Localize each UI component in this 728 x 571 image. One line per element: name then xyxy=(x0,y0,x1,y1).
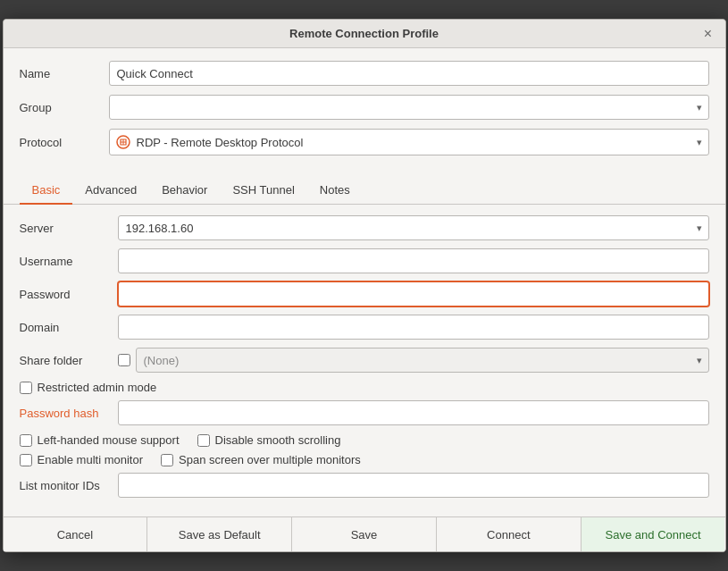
password-hash-row: Password hash xyxy=(20,400,709,425)
share-folder-select[interactable]: (None) xyxy=(136,348,709,373)
password-hash-control xyxy=(118,400,709,425)
monitor-options-row: Enable multi monitor Span screen over mu… xyxy=(20,453,709,466)
connect-button[interactable]: Connect xyxy=(437,517,582,551)
span-screen-label: Span screen over multiple monitors xyxy=(179,453,361,466)
protocol-control: RDP - Remote Desktop Protocol VNC SSH ▾ xyxy=(109,129,709,155)
save-and-connect-button[interactable]: Save and Connect xyxy=(582,517,725,551)
tab-notes[interactable]: Notes xyxy=(307,177,363,205)
group-select[interactable] xyxy=(109,95,709,120)
server-row: Server ▾ xyxy=(20,215,709,240)
restricted-admin-row: Restricted admin mode xyxy=(20,381,709,394)
share-folder-checkbox[interactable] xyxy=(118,354,130,366)
disable-smooth-checkbox[interactable] xyxy=(197,434,210,447)
server-select-wrapper: ▾ xyxy=(118,215,709,240)
share-select-wrapper: (None) ▾ xyxy=(136,348,709,373)
left-handed-col: Left-handed mouse support xyxy=(20,433,180,447)
multi-monitor-checkbox[interactable] xyxy=(20,454,32,466)
server-control: ▾ xyxy=(118,215,709,240)
tab-content-basic: Server ▾ Username Password Domain xyxy=(4,205,725,516)
username-input[interactable] xyxy=(118,248,709,273)
password-label: Password xyxy=(20,288,118,301)
password-hash-input[interactable] xyxy=(118,400,709,425)
list-monitor-label: List monitor IDs xyxy=(20,479,118,492)
share-folder-label: Share folder xyxy=(20,354,118,367)
group-label: Group xyxy=(20,101,109,114)
domain-control xyxy=(118,315,709,340)
protocol-label: Protocol xyxy=(20,136,109,149)
password-hash-label[interactable]: Password hash xyxy=(20,407,118,420)
name-input[interactable] xyxy=(109,61,709,86)
mouse-options-row: Left-handed mouse support Disable smooth… xyxy=(20,433,709,447)
server-label: Server xyxy=(20,222,118,235)
disable-smooth-col: Disable smooth scrolling xyxy=(197,433,341,447)
protocol-select[interactable]: RDP - Remote Desktop Protocol VNC SSH xyxy=(109,129,709,155)
username-row: Username xyxy=(20,248,709,273)
remote-connection-dialog: Remote Connection Profile × Name Group ▾ xyxy=(3,19,726,552)
username-label: Username xyxy=(20,255,118,268)
group-row: Group ▾ xyxy=(20,95,709,120)
domain-input[interactable] xyxy=(118,315,709,340)
domain-row: Domain xyxy=(20,315,709,340)
username-control xyxy=(118,248,709,273)
protocol-select-wrapper: RDP - Remote Desktop Protocol VNC SSH ▾ xyxy=(109,129,709,155)
name-row: Name xyxy=(20,61,709,86)
restricted-admin-label: Restricted admin mode xyxy=(38,381,157,394)
tab-basic[interactable]: Basic xyxy=(20,177,73,205)
left-handed-checkbox[interactable] xyxy=(20,434,32,447)
group-select-wrapper: ▾ xyxy=(109,95,709,120)
restricted-admin-checkbox[interactable] xyxy=(20,382,32,394)
close-button[interactable]: × xyxy=(700,26,716,42)
tab-advanced[interactable]: Advanced xyxy=(72,177,149,205)
save-button[interactable]: Save xyxy=(292,517,437,551)
footer-buttons: Cancel Save as Default Save Connect Save… xyxy=(4,516,725,551)
left-handed-label: Left-handed mouse support xyxy=(38,433,180,447)
password-control xyxy=(118,281,709,306)
span-screen-checkbox[interactable] xyxy=(161,454,173,466)
save-default-button[interactable]: Save as Default xyxy=(147,517,292,551)
top-form: Name Group ▾ Protocol xyxy=(4,48,725,170)
server-input[interactable] xyxy=(118,215,709,240)
titlebar: Remote Connection Profile × xyxy=(4,20,725,48)
password-row: Password xyxy=(20,281,709,306)
tab-ssh-tunnel[interactable]: SSH Tunnel xyxy=(220,177,306,205)
multi-monitor-label: Enable multi monitor xyxy=(38,453,144,466)
protocol-row: Protocol RDP - Remote Desktop Protocol V… xyxy=(20,129,709,155)
list-monitor-input[interactable] xyxy=(118,473,709,498)
span-screen-col: Span screen over multiple monitors xyxy=(161,453,361,466)
share-folder-row: Share folder (None) ▾ xyxy=(20,348,709,373)
name-control xyxy=(109,61,709,86)
cancel-button[interactable]: Cancel xyxy=(4,517,148,551)
list-monitor-control xyxy=(118,473,709,498)
disable-smooth-label: Disable smooth scrolling xyxy=(215,433,341,447)
password-input[interactable] xyxy=(118,281,709,306)
multi-monitor-col: Enable multi monitor xyxy=(20,453,144,466)
tabs-bar: Basic Advanced Behavior SSH Tunnel Notes xyxy=(4,177,725,205)
share-folder-control: (None) ▾ xyxy=(118,348,709,373)
domain-label: Domain xyxy=(20,321,118,334)
list-monitor-row: List monitor IDs xyxy=(20,473,709,498)
tab-behavior[interactable]: Behavior xyxy=(149,177,220,205)
group-control: ▾ xyxy=(109,95,709,120)
name-label: Name xyxy=(20,67,109,80)
dialog-title: Remote Connection Profile xyxy=(289,27,439,40)
